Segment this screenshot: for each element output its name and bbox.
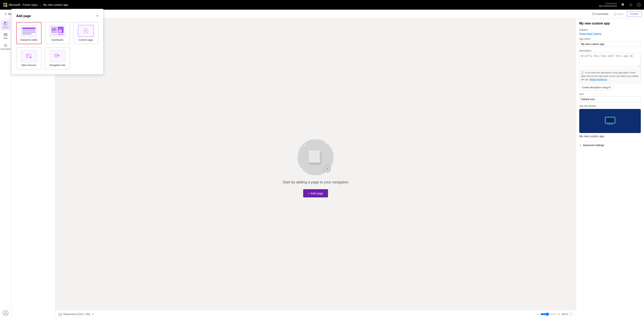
page-option-navlink[interactable]: Navigation link	[45, 47, 70, 69]
zoom-label: 100 %	[562, 313, 568, 315]
dialog-options-grid: Dataverse table	[16, 22, 98, 69]
svg-text:?: ?	[638, 4, 640, 6]
topbar-logo: Microsoft	[3, 3, 20, 7]
description-textarea[interactable]	[579, 53, 641, 67]
page-option-dataverse[interactable]: Dataverse table	[16, 22, 42, 44]
read-preview-link[interactable]: Read preview te	[590, 78, 607, 81]
save-icon	[614, 13, 617, 16]
web-resource-svg	[26, 53, 32, 59]
dialog-close-button[interactable]: ×	[96, 14, 98, 18]
nav-link-svg	[54, 53, 60, 59]
page-option-webresource[interactable]: Web resource	[16, 47, 42, 69]
icon-select[interactable]: Default icon	[579, 96, 641, 102]
power-apps-label: Power Apps	[23, 3, 38, 7]
svg-rect-1	[6, 3, 7, 5]
zoom-minus[interactable]: −	[537, 312, 538, 316]
sidebar-item-pages[interactable]: Pages	[1, 20, 10, 30]
navlink-option-label: Navigation link	[50, 64, 65, 67]
app-tile-name: My new custom app	[579, 135, 641, 138]
sidebar-automation-label: Automation	[0, 48, 11, 50]
fit-icon[interactable]	[570, 313, 572, 315]
svg-point-4	[630, 5, 631, 6]
dashboard-option-label: Dashboard	[52, 39, 63, 41]
dialog-title: Add page	[16, 14, 31, 18]
sidebar-item-automation[interactable]: Automation	[1, 42, 10, 52]
page-option-dashboard[interactable]: Dashboard	[45, 22, 70, 44]
chevron-down-icon[interactable]	[92, 313, 94, 315]
automation-icon	[4, 43, 8, 47]
page-option-custom[interactable]: Custom page	[73, 22, 98, 44]
canvas-add-page-label: + Add page	[308, 192, 323, 195]
page-layer-1	[308, 150, 320, 162]
add-page-dialog-overlay: Add page × Dataverse table	[11, 9, 104, 75]
icon-label: Icon	[579, 93, 641, 96]
svg-rect-22	[606, 118, 614, 123]
svg-rect-20	[59, 313, 62, 315]
dataverse-option-label: Dataverse table	[20, 39, 37, 41]
sidebar-data-label: Data	[4, 37, 8, 39]
solution-link[interactable]: Power Apps Training	[579, 32, 601, 35]
pages-icon	[4, 22, 8, 26]
dataverse-option-icon	[21, 25, 37, 37]
topbar: Microsoft Power Apps | My new custom app…	[0, 0, 644, 10]
custom-page-svg	[83, 28, 88, 34]
description-label: Description	[579, 49, 641, 52]
ms-label: Microsoft	[9, 3, 20, 7]
publish-button[interactable]: Publish	[627, 11, 642, 17]
solution-value: Power Apps Training	[579, 32, 641, 35]
separator: |	[40, 4, 41, 7]
ai-description-button[interactable]: Create description using AI	[579, 85, 613, 90]
stacked-pages	[308, 150, 322, 164]
data-icon	[4, 33, 8, 37]
chevron-right-icon	[579, 144, 582, 146]
zoom-controls: − + 100 %	[537, 312, 572, 316]
save-label: Save	[618, 13, 624, 16]
notification-icon[interactable]	[621, 3, 625, 7]
advanced-settings-label: Advanced settings	[583, 144, 604, 147]
svg-rect-16	[4, 35, 7, 36]
help-icon[interactable]: ?	[637, 3, 641, 7]
sidebar-item-data[interactable]: Data	[1, 31, 10, 41]
topbar-right: Environment dev environment ?	[599, 3, 641, 8]
app-tile-preview	[579, 109, 641, 133]
publish-label: Publish	[630, 13, 638, 16]
zoom-slider[interactable]	[540, 312, 556, 316]
add-icon-overlay: +	[324, 165, 331, 173]
description-info-box: i If you leave the description of this a…	[579, 69, 641, 83]
comments-icon	[592, 13, 595, 16]
save-button[interactable]: Save	[612, 12, 626, 17]
canvas-add-page-button[interactable]: + Add page	[303, 189, 328, 197]
dialog-header: Add page ×	[16, 14, 98, 18]
advanced-settings-section[interactable]: Advanced settings	[579, 141, 641, 147]
canvas-content: ✦ ✦ ✦ ✦ + Start by adding a page to your…	[283, 139, 348, 197]
svg-rect-3	[6, 5, 7, 7]
comments-label: Comments	[596, 13, 608, 16]
environment-value: dev environment	[599, 5, 617, 8]
environment-label: Environment	[606, 3, 617, 5]
svg-rect-13	[5, 23, 7, 25]
zoom-plus[interactable]: +	[558, 312, 560, 316]
ai-btn-label: Create description using AI	[582, 86, 610, 89]
right-panel: My new custom app Solution Power Apps Tr…	[576, 19, 644, 318]
tile-monitor-icon	[604, 116, 616, 126]
custom-option-icon	[78, 25, 94, 37]
canvas-empty-text: Start by adding a page to your navigatio…	[283, 180, 348, 184]
dialog-close-label: ×	[96, 14, 98, 18]
svg-rect-2	[3, 5, 5, 7]
sparkle-2: ✦	[325, 142, 327, 145]
topbar-app-name: My new custom app	[43, 3, 68, 7]
svg-point-18	[3, 310, 8, 315]
settings-icon[interactable]	[629, 3, 633, 7]
add-page-dialog: Add page × Dataverse table	[11, 9, 104, 75]
back-icon	[4, 13, 7, 16]
icon-value: Default icon	[581, 98, 595, 101]
svg-rect-0	[3, 3, 5, 5]
left-sidebar: Pages Data Automation	[0, 19, 11, 318]
app-name-input[interactable]	[579, 41, 641, 47]
user-avatar[interactable]	[3, 310, 8, 316]
svg-point-19	[5, 311, 6, 313]
custom-option-label: Custom page	[78, 39, 93, 41]
ms-logo-icon	[3, 3, 7, 7]
comments-button[interactable]: Comments	[590, 12, 610, 17]
navlink-option-icon	[49, 50, 65, 62]
